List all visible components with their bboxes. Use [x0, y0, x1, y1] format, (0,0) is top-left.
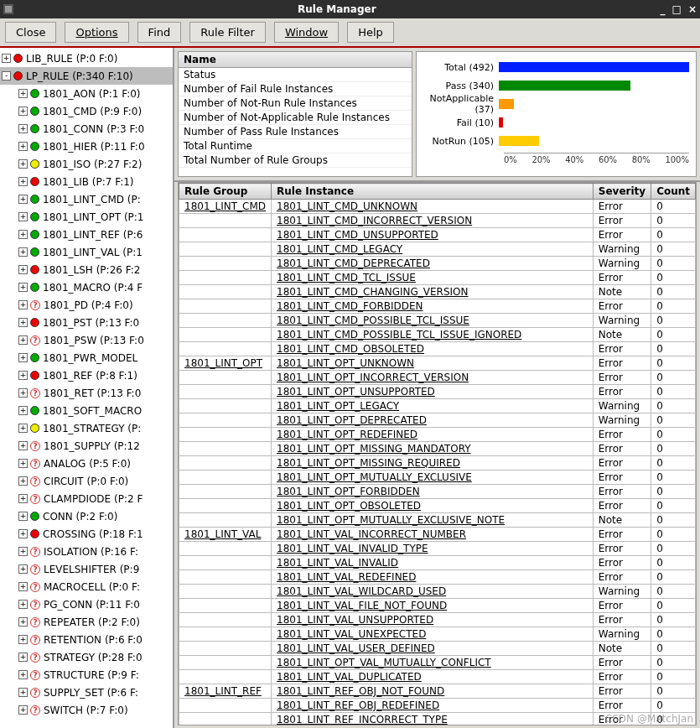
tree-item[interactable]: +1801_SOFT_MACRO: [0, 402, 173, 419]
rule-table[interactable]: Rule GroupRule InstanceSeverityCount 180…: [178, 182, 697, 725]
expander-icon[interactable]: +: [18, 230, 28, 239]
table-row[interactable]: 1801_LINT_OPT_MISSING_REQUIREDError0: [179, 456, 696, 471]
expander-icon[interactable]: +: [18, 547, 28, 556]
expander-icon[interactable]: +: [18, 283, 28, 292]
tree-item[interactable]: +1801_PST (P:13 F:0: [0, 314, 173, 331]
table-row[interactable]: 1801_LINT_CMD_UNSUPPORTEDError0: [179, 228, 696, 242]
cell-rule-instance[interactable]: 1801_LINT_OPT_LEGACY: [272, 399, 594, 413]
tree-item[interactable]: +1801_MACRO (P:4 F: [0, 278, 173, 296]
table-header[interactable]: Rule Instance: [272, 184, 594, 200]
tree-item[interactable]: +?STRUCTURE (P:9 F:: [0, 666, 173, 684]
table-row[interactable]: 1801_LINT_OPT1801_LINT_OPT_UNKNOWNError0: [179, 356, 696, 371]
cell-rule-instance[interactable]: 1801_LINT_VAL_INVALID: [272, 556, 594, 570]
table-header[interactable]: Severity: [593, 184, 651, 200]
cell-rule-instance[interactable]: 1801_LINT_REF_INCORRECT_TYPE: [272, 713, 594, 726]
tree-item[interactable]: +1801_LINT_REF (P:6: [0, 226, 173, 243]
tree-item[interactable]: +1801_ISO (P:27 F:2): [0, 155, 173, 173]
field-list-header[interactable]: Name: [179, 52, 412, 68]
expander-icon[interactable]: +: [18, 388, 28, 398]
tree-item[interactable]: +?RETENTION (P:6 F:0: [0, 631, 173, 648]
table-row[interactable]: 1801_LINT_OPT_UNSUPPORTEDError0: [179, 385, 696, 399]
table-header[interactable]: Rule Group: [179, 184, 272, 200]
table-row[interactable]: 1801_LINT_OPT_REDEFINEDError0: [179, 428, 696, 442]
cell-rule-instance[interactable]: 1801_LINT_VAL_INCORRECT_NUMBER: [272, 528, 594, 542]
cell-rule-instance[interactable]: 1801_LINT_VAL_INVALID_TYPE: [272, 542, 594, 556]
tree-item[interactable]: +1801_LINT_OPT (P:1: [0, 208, 173, 226]
cell-rule-instance[interactable]: 1801_LINT_VAL_FILE_NOT_FOUND: [272, 599, 594, 613]
field-list-row[interactable]: Total Runtime: [179, 139, 412, 153]
cell-rule-instance[interactable]: 1801_LINT_CMD_UNKNOWN: [272, 200, 594, 214]
expander-icon[interactable]: +: [18, 353, 28, 362]
tree-item[interactable]: +1801_LSH (P:26 F:2: [0, 261, 173, 278]
rule-tree[interactable]: +LIB_RULE (P:0 F:0)-LP_RULE (P:340 F:10)…: [0, 48, 174, 728]
tree-item[interactable]: +?CLAMPDIODE (P:2 F: [0, 490, 173, 507]
tree-item[interactable]: +LIB_RULE (P:0 F:0): [0, 49, 173, 67]
cell-rule-group[interactable]: 1801_LINT_CMD: [179, 200, 272, 214]
cell-rule-instance[interactable]: 1801_LINT_CMD_TCL_ISSUE: [272, 271, 594, 285]
field-list-row[interactable]: Total Number of Rule Groups: [179, 153, 412, 168]
tree-item[interactable]: +?1801_RET (P:13 F:0: [0, 384, 173, 402]
tree-item[interactable]: +?STRATEGY (P:28 F:0: [0, 648, 173, 666]
tree-item[interactable]: +?ISOLATION (P:16 F:: [0, 543, 173, 560]
expander-icon[interactable]: +: [18, 564, 28, 574]
tree-item[interactable]: +?REPEATER (P:2 F:0): [0, 613, 173, 631]
tree-item[interactable]: +1801_AON (P:1 F:0): [0, 85, 173, 102]
table-row[interactable]: 1801_LINT_CMD_FORBIDDENError0: [179, 299, 696, 314]
cell-rule-instance[interactable]: 1801_LINT_VAL_USER_DEFINED: [272, 642, 594, 656]
table-header[interactable]: Count: [651, 184, 696, 200]
cell-rule-instance[interactable]: 1801_LINT_OPT_MUTUALLY_EXCLUSIVE: [272, 471, 594, 485]
expander-icon[interactable]: +: [18, 600, 28, 609]
cell-rule-instance[interactable]: 1801_LINT_CMD_FORBIDDEN: [272, 299, 594, 314]
expander-icon[interactable]: +: [2, 54, 11, 63]
cell-rule-instance[interactable]: 1801_LINT_CMD_UNSUPPORTED: [272, 228, 594, 242]
window-menu[interactable]: Window: [274, 22, 339, 43]
cell-rule-instance[interactable]: 1801_LINT_CMD_POSSIBLE_TCL_ISSUE_IGNORED: [272, 328, 594, 342]
tree-item[interactable]: +?1801_PSW (P:13 F:0: [0, 331, 173, 349]
tree-item[interactable]: +?MACROCELL (P:0 F:: [0, 578, 173, 595]
table-row[interactable]: 1801_LINT_VAL_UNEXPECTEDWarning0: [179, 627, 696, 642]
tree-item[interactable]: +?LEVELSHIFTER (P:9: [0, 560, 173, 578]
expander-icon[interactable]: +: [18, 529, 28, 538]
cell-rule-instance[interactable]: 1801_LINT_OPT_OBSOLETED: [272, 499, 594, 513]
tree-item[interactable]: +1801_STRATEGY (P:: [0, 419, 173, 437]
expander-icon[interactable]: +: [18, 89, 28, 98]
expander-icon[interactable]: +: [18, 177, 28, 186]
table-row[interactable]: 1801_LINT_CMD_DEPRECATEDWarning0: [179, 257, 696, 271]
cell-rule-instance[interactable]: 1801_LINT_CMD_DEPRECATED: [272, 257, 594, 271]
expander-icon[interactable]: +: [18, 476, 28, 486]
cell-rule-instance[interactable]: 1801_LINT_CMD_OBSOLETED: [272, 342, 594, 356]
table-row[interactable]: 1801_LINT_CMD_LEGACYWarning0: [179, 242, 696, 257]
tree-item[interactable]: +?ANALOG (P:5 F:0): [0, 455, 173, 472]
table-row[interactable]: 1801_LINT_CMD_CHANGING_VERSIONNote0: [179, 285, 696, 299]
maximize-button[interactable]: □: [672, 3, 682, 15]
tree-item[interactable]: +1801_LIB (P:7 F:1): [0, 173, 173, 190]
expander-icon[interactable]: -: [2, 71, 11, 81]
cell-rule-instance[interactable]: 1801_LINT_OPT_VAL_MUTUALLY_CONFLICT: [272, 656, 594, 670]
field-list-row[interactable]: Number of Not-Applicable Rule Instances: [179, 111, 412, 125]
tree-item[interactable]: +1801_HIER (P:11 F:0: [0, 138, 173, 155]
expander-icon[interactable]: +: [18, 512, 28, 521]
cell-rule-instance[interactable]: 1801_LINT_OPT_UNKNOWN: [272, 356, 594, 371]
find-button[interactable]: Find: [137, 22, 182, 43]
table-row[interactable]: 1801_LINT_OPT_LEGACYWarning0: [179, 399, 696, 413]
table-row[interactable]: 1801_LINT_OPT_INCORRECT_VERSIONError0: [179, 371, 696, 385]
expander-icon[interactable]: +: [18, 335, 28, 345]
help-menu[interactable]: Help: [347, 22, 394, 43]
tree-item[interactable]: -LP_RULE (P:340 F:10): [0, 67, 173, 85]
cell-rule-instance[interactable]: 1801_LINT_OPT_UNSUPPORTED: [272, 385, 594, 399]
expander-icon[interactable]: +: [18, 635, 28, 644]
table-row[interactable]: 1801_LINT_VAL_INVALIDError0: [179, 556, 696, 570]
table-row[interactable]: 1801_LINT_OPT_MUTUALLY_EXCLUSIVE_NOTENot…: [179, 513, 696, 528]
options-menu[interactable]: Options: [65, 22, 128, 43]
table-row[interactable]: 1801_LINT_CMD_OBSOLETEDError0: [179, 342, 696, 356]
cell-rule-instance[interactable]: 1801_LINT_CMD_INCORRECT_VERSION: [272, 214, 594, 228]
cell-rule-instance[interactable]: 1801_LINT_VAL_WILDCARD_USED: [272, 585, 594, 599]
table-row[interactable]: 1801_LINT_VAL_UNSUPPORTEDError0: [179, 613, 696, 627]
cell-rule-instance[interactable]: 1801_LINT_REF_OBJ_REDEFINED: [272, 699, 594, 713]
cell-rule-instance[interactable]: 1801_LINT_VAL_REDEFINED: [272, 570, 594, 585]
expander-icon[interactable]: +: [18, 107, 28, 116]
expander-icon[interactable]: +: [18, 159, 28, 169]
table-row[interactable]: 1801_LINT_OPT_FORBIDDENError0: [179, 485, 696, 499]
cell-rule-instance[interactable]: 1801_LINT_VAL_UNSUPPORTED: [272, 613, 594, 627]
expander-icon[interactable]: +: [18, 653, 28, 662]
